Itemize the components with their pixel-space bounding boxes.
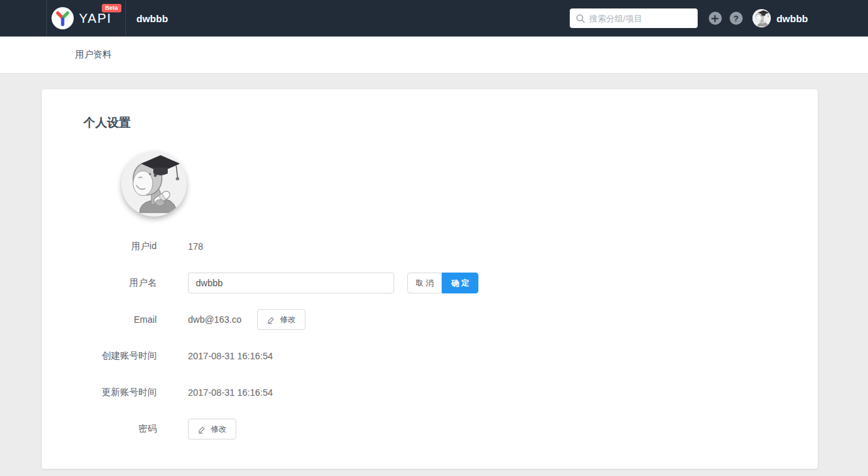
search-box[interactable] — [570, 8, 698, 28]
created-time-label: 创建账号时间 — [84, 350, 157, 362]
row-email: Email dwb@163.co 修改 — [84, 309, 776, 330]
yapi-logo[interactable]: YAPI Beta — [47, 0, 126, 37]
profile-avatar[interactable] — [121, 151, 187, 216]
updated-time-label: 更新账号时间 — [84, 387, 157, 398]
yapi-logo-icon — [51, 7, 74, 30]
user-id-label: 用户id — [84, 241, 157, 252]
edit-email-label: 修改 — [280, 316, 296, 323]
username-label: 用户名 — [84, 277, 157, 289]
add-project-button[interactable] — [709, 12, 722, 25]
help-button[interactable]: ? — [730, 12, 743, 25]
row-created-time: 创建账号时间 2017-08-31 16:16:54 — [84, 346, 776, 366]
password-label: 密码 — [84, 423, 157, 435]
username-input[interactable] — [188, 273, 394, 293]
navbar-username[interactable]: dwbbb — [777, 13, 808, 24]
created-time-value: 2017-08-31 16:16:54 — [188, 351, 273, 361]
email-label: Email — [84, 314, 157, 325]
email-value: dwb@163.co — [188, 314, 241, 325]
top-navbar: YAPI Beta dwbbb ? dwbbb — [0, 0, 868, 37]
edit-email-button[interactable]: 修改 — [257, 309, 305, 330]
question-icon: ? — [734, 14, 739, 23]
subnav-item-user-profile[interactable]: 用户资料 — [75, 49, 112, 61]
breadcrumb: dwbbb — [136, 13, 168, 24]
edit-password-button[interactable]: 修改 — [188, 419, 236, 439]
row-username: 用户名 取 消 确 定 — [84, 273, 776, 293]
navbar-avatar-image — [752, 9, 771, 27]
confirm-button[interactable]: 确 定 — [442, 273, 478, 293]
row-updated-time: 更新账号时间 2017-08-31 16:16:54 — [84, 382, 776, 403]
pencil-icon — [198, 425, 206, 434]
personal-settings-card: 个人设置 用户id 178 用户名 取 消 确 定 — [42, 89, 818, 469]
username-button-group: 取 消 确 定 — [407, 273, 478, 293]
main-content: 个人设置 用户id 178 用户名 取 消 确 定 — [0, 74, 868, 469]
user-id-value: 178 — [188, 241, 203, 252]
updated-time-value: 2017-08-31 16:16:54 — [188, 387, 273, 398]
profile-avatar-image — [121, 151, 187, 216]
search-icon — [576, 14, 585, 23]
plus-icon — [711, 15, 719, 22]
row-password: 密码 修改 — [84, 419, 776, 439]
logo-text: YAPI — [79, 11, 112, 26]
navbar-right-section: ? dwbbb — [570, 8, 868, 28]
navbar-avatar[interactable] — [752, 9, 771, 27]
subnav-bar: 用户资料 — [0, 37, 868, 74]
search-input[interactable] — [589, 14, 692, 23]
edit-password-label: 修改 — [211, 425, 226, 433]
row-user-id: 用户id 178 — [84, 236, 776, 257]
cancel-button[interactable]: 取 消 — [407, 273, 442, 293]
navbar-left-spacer — [0, 0, 47, 37]
beta-badge: Beta — [102, 4, 121, 12]
pencil-icon — [267, 316, 275, 324]
page-title: 个人设置 — [84, 115, 776, 130]
